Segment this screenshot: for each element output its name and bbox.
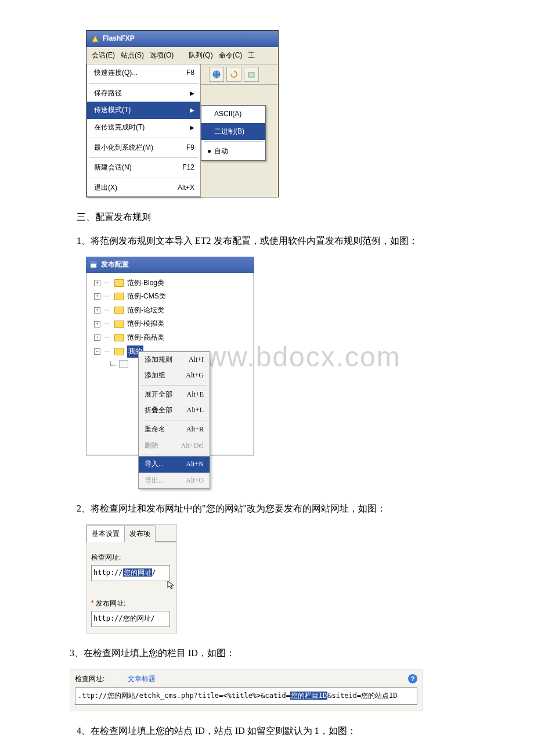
publish-config-screenshot: www.bdocx.com 发布配置 +┈ 范例-Blog类 +┈ 范例-CMS… bbox=[86, 257, 476, 489]
menu-options[interactable]: 选项(O) bbox=[148, 49, 175, 63]
section-heading: 三、配置发布规则 bbox=[58, 209, 476, 226]
step4-text: 4、在检查网址填上您的站点 ID，站点 ID 如留空则默认为 1，如图： bbox=[58, 723, 476, 740]
ctx-add-group[interactable]: 添加组Alt+G bbox=[139, 368, 210, 384]
folder-icon bbox=[114, 293, 124, 300]
publish-url-label: * 发布网址: bbox=[91, 597, 172, 610]
ctx-collapse[interactable]: 折叠全部Alt+L bbox=[139, 402, 210, 419]
menu-transfer-mode[interactable]: 传送模式(T) ▶ bbox=[87, 102, 200, 119]
tree-item-goods[interactable]: +┈ 范例-商品类 bbox=[87, 331, 253, 345]
expand-icon[interactable]: + bbox=[94, 334, 100, 341]
transfer-mode-submenu: ASCII(A) 二进制(B) ●自动 bbox=[201, 105, 266, 161]
submenu-auto[interactable]: ●自动 bbox=[201, 143, 265, 160]
tree-item-forum[interactable]: +┈ 范例-论坛类 bbox=[87, 304, 253, 318]
submenu-ascii[interactable]: ASCII(A) bbox=[201, 106, 265, 123]
flashfxp-menubar[interactable]: 会话(E) 站点(S) 选项(O) 队列(Q) 命令(C) 工 bbox=[86, 47, 278, 65]
publish-config-title: 发布配置 bbox=[86, 257, 254, 273]
session-menu: 快速连接(Q)... F8 保存路径 ▶ 传送模式(T) ▶ 在传送完成时(T)… bbox=[86, 64, 201, 197]
flashfxp-screenshot: FlashFXP 会话(E) 站点(S) 选项(O) 队列(Q) 命令(C) 工… bbox=[86, 30, 476, 197]
refresh-icon[interactable] bbox=[226, 67, 241, 82]
tool-icon[interactable] bbox=[244, 67, 259, 82]
toolbar bbox=[201, 64, 278, 85]
menu-new-session[interactable]: 新建会话(N) F12 bbox=[87, 159, 200, 177]
expand-icon[interactable]: + bbox=[94, 280, 100, 286]
check-url-label: 检查网址: bbox=[91, 552, 172, 564]
submenu-binary[interactable]: 二进制(B) bbox=[201, 123, 265, 141]
folder-icon bbox=[114, 321, 124, 328]
menu-on-complete[interactable]: 在传送完成时(T) ▶ bbox=[87, 119, 200, 136]
title-text: FlashFXP bbox=[103, 33, 135, 45]
help-icon[interactable]: ? bbox=[408, 674, 417, 683]
menu-commands[interactable]: 命令(C) bbox=[217, 49, 244, 63]
svg-rect-3 bbox=[91, 262, 96, 264]
menu-site[interactable]: 站点(S) bbox=[119, 49, 146, 63]
step1-text: 1、将范例发布规则文本导入 ET2 发布配置，或使用软件内置发布规则范例，如图： bbox=[77, 236, 418, 246]
menu-quick-connect[interactable]: 快速连接(Q)... F8 bbox=[87, 64, 200, 82]
publish-url-input[interactable]: http://您的网址/ bbox=[91, 611, 170, 627]
tab-publish[interactable]: 发布项 bbox=[124, 525, 156, 542]
config-icon bbox=[89, 261, 98, 269]
check-url-input[interactable]: http://您的网址/ bbox=[91, 565, 170, 581]
expand-icon[interactable]: + bbox=[94, 293, 100, 300]
cursor-icon bbox=[167, 580, 176, 589]
menu-queue[interactable]: 队列(Q) bbox=[187, 49, 214, 63]
tree-item-cms[interactable]: +┈ 范例-CMS类 bbox=[87, 290, 253, 304]
ctx-delete[interactable]: 删除Alt+Del bbox=[139, 438, 210, 454]
check-url-full-input[interactable]: .ttp://您的网站/etchk_cms.php?title=<%title%… bbox=[75, 687, 417, 705]
ctx-expand[interactable]: 展开全部Alt+E bbox=[139, 387, 210, 403]
flashfxp-titlebar: FlashFXP bbox=[86, 31, 278, 47]
arrow-icon: ▶ bbox=[190, 88, 194, 99]
expand-icon[interactable]: + bbox=[94, 307, 100, 314]
menu-tools[interactable]: 工 bbox=[246, 49, 257, 63]
ctx-add-rule[interactable]: 添加规则Alt+I bbox=[139, 352, 210, 368]
article-title-link[interactable]: 文章标题 bbox=[128, 673, 408, 686]
app-icon bbox=[91, 35, 99, 43]
check-url-screenshot: 检查网址: 文章标题 ? .ttp://您的网站/etchk_cms.php?t… bbox=[70, 669, 476, 711]
check-url-label: 检查网址: bbox=[75, 673, 104, 686]
svg-rect-1 bbox=[248, 73, 254, 77]
context-menu: 添加规则Alt+I 添加组Alt+G 展开全部Alt+E 折叠全部Alt+L 重… bbox=[138, 351, 210, 489]
menu-minimize[interactable]: 最小化到系统栏(M) F9 bbox=[87, 139, 200, 157]
ctx-export[interactable]: 导出...Alt+O bbox=[139, 473, 210, 489]
step2-text: 2、将检查网址和发布网址中的"您的网站"改为您要发布的网站网址，如图： bbox=[58, 501, 476, 517]
folder-icon bbox=[114, 307, 124, 314]
arrow-icon: ▶ bbox=[190, 105, 194, 116]
tree-item-sim[interactable]: +┈ 范例-模拟类 bbox=[87, 317, 253, 331]
folder-icon bbox=[114, 334, 124, 341]
tab-basic[interactable]: 基本设置 bbox=[86, 525, 125, 542]
menu-session[interactable]: 会话(E) bbox=[90, 49, 117, 63]
menu-save-path[interactable]: 保存路径 ▶ bbox=[87, 85, 200, 102]
url-settings-screenshot: 基本设置 发布项 检查网址: http://您的网址/ * 发布网址: http… bbox=[86, 524, 476, 633]
tab-bar: 基本设置 发布项 bbox=[86, 525, 176, 542]
menu-exit[interactable]: 退出(X) Alt+X bbox=[87, 179, 200, 197]
arrow-icon: ▶ bbox=[190, 123, 194, 133]
globe-icon[interactable] bbox=[209, 67, 224, 82]
step3-text: 3、在检查网址填上您的栏目 ID，如图： bbox=[51, 645, 476, 662]
ctx-import[interactable]: 导入...Alt+N bbox=[139, 456, 210, 473]
expand-icon[interactable]: + bbox=[94, 321, 100, 327]
tree-item-blog[interactable]: +┈ 范例-Blog类 bbox=[87, 276, 253, 290]
ctx-rename[interactable]: 重命名Alt+R bbox=[139, 422, 210, 438]
folder-icon bbox=[114, 279, 124, 287]
